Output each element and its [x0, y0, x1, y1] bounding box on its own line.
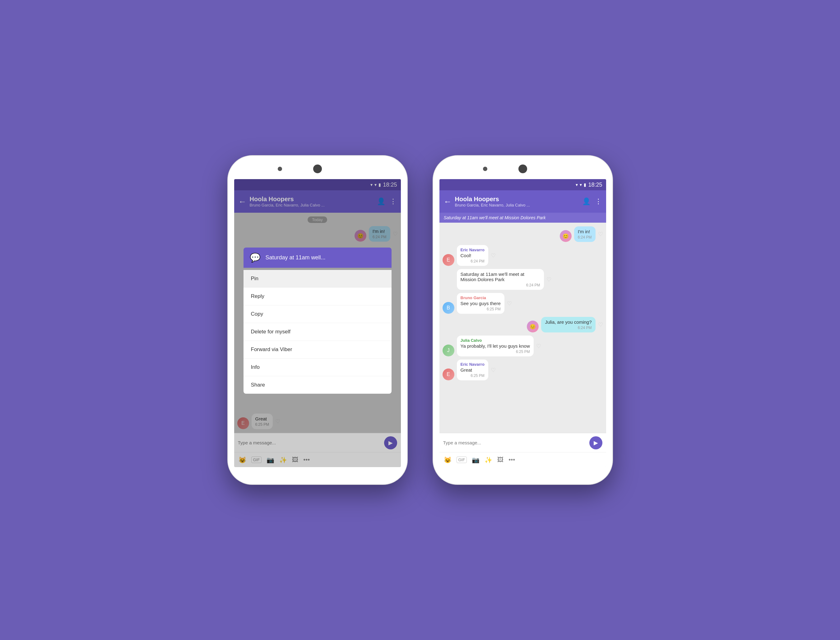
heart-julia[interactable]: ♡ — [536, 343, 541, 350]
more-icon-2[interactable]: ⋮ — [595, 197, 602, 206]
context-menu-delete[interactable]: Delete for myself — [243, 323, 392, 341]
bubble-great: Eric Navarro Great 6:25 PM — [457, 360, 488, 380]
phone-speaker — [278, 167, 282, 171]
context-menu-info[interactable]: Info — [243, 358, 392, 376]
back-button-2[interactable]: ← — [444, 197, 452, 206]
bubble-cool: Eric Navarro Cool! 6:24 PM — [457, 245, 488, 266]
more-media-icon-2[interactable]: ••• — [509, 456, 515, 463]
context-header: 💬 Saturday at 11am well... — [243, 248, 392, 268]
wifi-icon-2: ▾ — [576, 182, 578, 187]
phone-speaker-2 — [483, 167, 487, 171]
chat-info-2: Hoola Hoopers Bruno Garcia, Eric Navarro… — [455, 195, 579, 207]
bubble-seeyou: Bruno Garcia See you guys there 6:25 PM — [457, 293, 504, 314]
bubble-juliacoming: Julia, are you coming? 6:24 PM — [541, 317, 595, 333]
message-input-2[interactable] — [443, 440, 587, 445]
text-cool: Cool! — [461, 253, 485, 258]
phone-camera-2 — [518, 165, 527, 173]
screen-content-2: ▾ ▾ ▮ 18:25 ← Hoola Hoopers Bruno Garcia… — [440, 179, 606, 467]
screen-content-1: ▾ ▾ ▮ 18:25 ← Hoola Hoopers Bruno Garcia… — [234, 179, 401, 467]
context-chat-icon: 💬 — [250, 253, 261, 263]
sender-eric-2: Eric Navarro — [461, 362, 485, 366]
sender-bruno: Bruno Garcia — [461, 296, 501, 300]
heart-great[interactable]: ♡ — [491, 366, 496, 373]
context-menu-share[interactable]: Share — [243, 376, 392, 394]
bubble-julia: Julia Calvo Ya probably, I'll let you gu… — [457, 336, 534, 357]
bubble-imin: I'm in! 6:24 PM — [574, 226, 595, 242]
meta-saturday: 6:24 PM — [461, 283, 540, 287]
context-menu-pin[interactable]: Pin — [243, 270, 392, 288]
meta-juliacoming: 6:24 PM — [545, 326, 592, 330]
context-menu: Pin Reply Copy Delete for myself Forward… — [243, 270, 392, 394]
send-button-2[interactable]: ▶ — [589, 436, 602, 450]
sender-julia: Julia Calvo — [461, 338, 530, 343]
heart-juliacoming[interactable]: ♡ — [598, 321, 603, 328]
camera-icon-2[interactable]: 📷 — [472, 456, 480, 464]
heart-cool[interactable]: ♡ — [491, 252, 496, 259]
text-imin: I'm in! — [578, 229, 592, 234]
context-menu-forward[interactable]: Forward via Viber — [243, 341, 392, 358]
heart-imin[interactable]: ♡ — [598, 231, 603, 238]
input-bar-2: ▶ — [440, 433, 606, 452]
phone-2: ▾ ▾ ▮ 18:25 ← Hoola Hoopers Bruno Garcia… — [433, 155, 613, 485]
effects-icon-2[interactable]: ✨ — [485, 456, 492, 464]
avatar-eric-2: E — [443, 254, 454, 266]
avatar-me-3: 😊 — [527, 321, 539, 333]
msg-row-cool: E Eric Navarro Cool! 6:24 PM ♡ — [443, 245, 603, 266]
emoji-row-2: 😺 GIF 📷 ✨ 🖼 ••• — [440, 452, 606, 467]
gif-button-2[interactable]: GIF — [456, 456, 467, 463]
msg-row-great: E Eric Navarro Great 6:25 PM ♡ — [443, 360, 603, 380]
battery-icon-2: ▮ — [584, 182, 586, 187]
avatar-julia-2: J — [443, 344, 454, 357]
meta-seeyou: 6:25 PM — [461, 307, 501, 311]
avatar-eric-3: E — [443, 368, 454, 380]
text-juliacoming: Julia, are you coming? — [545, 319, 592, 325]
meta-julia: 6:25 PM — [461, 350, 530, 354]
phone-1: ▾ ▾ ▮ 18:25 ← Hoola Hoopers Bruno Garcia… — [227, 155, 408, 485]
toolbar-2: ← Hoola Hoopers Bruno Garcia, Eric Navar… — [440, 190, 606, 213]
text-seeyou: See you guys there — [461, 301, 501, 306]
screen-1: ▾ ▾ ▮ 18:25 ← Hoola Hoopers Bruno Garcia… — [234, 179, 401, 467]
msg-row-imin: ♡ I'm in! 6:24 PM 😊 — [443, 226, 603, 242]
msg-row-julia: J Julia Calvo Ya probably, I'll let you … — [443, 336, 603, 357]
status-time-2: 18:25 — [588, 182, 602, 188]
phone-camera — [313, 165, 322, 173]
chat-title-2: Hoola Hoopers — [455, 195, 579, 203]
add-contact-icon-2[interactable]: 👤 — [582, 197, 590, 206]
text-great: Great — [461, 367, 485, 373]
heart-seeyou[interactable]: ♡ — [507, 300, 512, 307]
meta-imin: 6:24 PM — [578, 235, 592, 240]
msg-row-saturday: Saturday at 11am we'll meet at Mission D… — [443, 269, 603, 290]
gallery-icon-2[interactable]: 🖼 — [497, 456, 504, 463]
text-saturday: Saturday at 11am we'll meet at Mission D… — [461, 272, 540, 282]
toolbar-icons-2: 👤 ⋮ — [582, 197, 602, 206]
chat-subtitle-2: Bruno Garcia, Eric Navarro, Julia Calvo … — [455, 203, 542, 207]
chat-area-2: ♡ I'm in! 6:24 PM 😊 E Eric Navarro Cool!… — [440, 222, 606, 433]
signal-icon-2: ▾ — [580, 182, 582, 187]
sender-eric-1: Eric Navarro — [461, 248, 485, 252]
context-menu-copy[interactable]: Copy — [243, 306, 392, 323]
context-header-text: Saturday at 11am well... — [266, 254, 326, 261]
avatar-me-2: 😊 — [560, 230, 571, 242]
meta-great: 6:25 PM — [461, 373, 485, 378]
pinned-message: Saturday at 11am we'll meet at Mission D… — [440, 213, 606, 222]
msg-row-juliacoming: ♡ Julia, are you coming? 6:24 PM 😊 — [443, 317, 603, 333]
msg-row-seeyou: B Bruno Garcia See you guys there 6:25 P… — [443, 293, 603, 314]
text-julia: Ya probably, I'll let you guys know — [461, 343, 530, 349]
meta-cool: 6:24 PM — [461, 259, 485, 263]
context-menu-reply[interactable]: Reply — [243, 288, 392, 306]
heart-saturday[interactable]: ♡ — [546, 276, 551, 283]
avatar-bruno-2: B — [443, 302, 454, 314]
status-bar-2: ▾ ▾ ▮ 18:25 — [440, 179, 606, 190]
bubble-saturday: Saturday at 11am we'll meet at Mission D… — [457, 269, 544, 290]
screen-2: ▾ ▾ ▮ 18:25 ← Hoola Hoopers Bruno Garcia… — [440, 179, 606, 467]
emoji-icon-2[interactable]: 😺 — [444, 456, 451, 464]
